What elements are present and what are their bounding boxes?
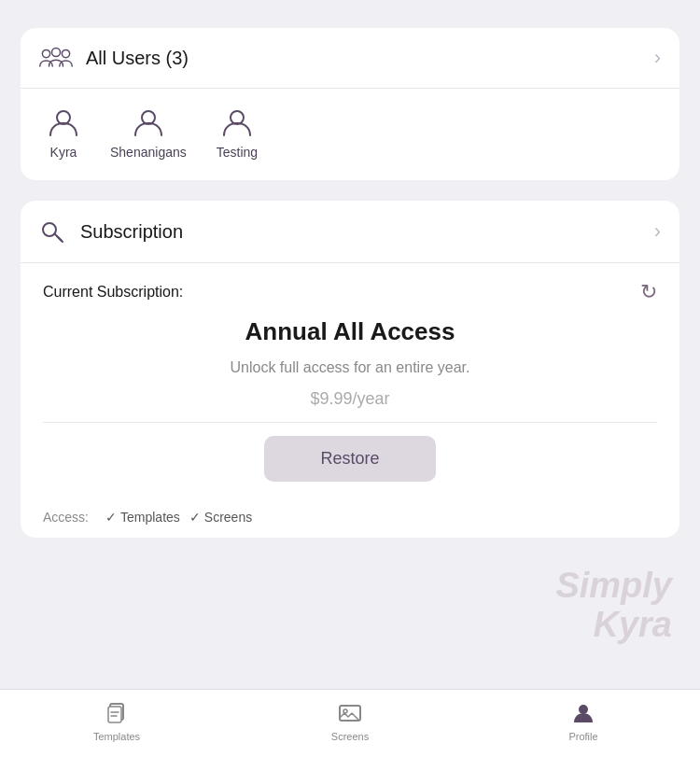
svg-rect-8 — [108, 707, 121, 722]
user-avatar-icon — [132, 105, 165, 139]
all-users-card: All Users (3) › Kyra Shenanigans — [21, 28, 679, 180]
svg-point-1 — [52, 49, 61, 57]
svg-point-3 — [57, 111, 70, 124]
profile-tab-icon — [569, 699, 597, 727]
user-name: Kyra — [50, 145, 77, 160]
templates-tab-label: Templates — [93, 731, 140, 742]
tab-templates[interactable]: Templates — [79, 699, 154, 742]
list-item: Kyra — [47, 105, 80, 160]
current-sub-label: Current Subscription: — [43, 284, 183, 301]
tab-screens[interactable]: Screens — [313, 699, 387, 742]
users-list: Kyra Shenanigans Testing — [21, 89, 679, 180]
svg-point-2 — [62, 49, 69, 57]
all-users-chevron: › — [654, 46, 661, 70]
profile-tab-label: Profile — [568, 731, 597, 742]
user-avatar-icon — [220, 105, 254, 139]
restore-button[interactable]: Restore — [264, 436, 435, 482]
subscription-body: Current Subscription: ↻ Annual All Acces… — [21, 263, 679, 502]
templates-tab-icon — [103, 699, 131, 727]
subscription-header-left: Subscription — [39, 217, 183, 245]
tab-bar: Templates Screens Profile — [0, 689, 700, 757]
subscription-chevron: › — [654, 219, 661, 244]
subscription-header[interactable]: Subscription › — [21, 201, 679, 262]
svg-point-13 — [579, 705, 588, 714]
access-item-templates: ✓ Templates — [105, 510, 180, 525]
all-users-header-left: All Users (3) — [39, 45, 189, 71]
svg-point-4 — [142, 111, 155, 124]
user-name: Shenanigans — [110, 145, 187, 160]
access-item-screens: ✓ Screens — [189, 510, 252, 525]
subscription-card: Subscription › Current Subscription: ↻ A… — [21, 201, 679, 538]
subscription-icon — [39, 217, 67, 245]
access-screens-label: Screens — [204, 510, 252, 525]
all-users-title: All Users (3) — [86, 48, 189, 69]
plan-divider — [43, 422, 657, 423]
all-users-icon — [39, 45, 73, 71]
svg-point-5 — [231, 111, 244, 124]
refresh-icon[interactable]: ↻ — [640, 280, 657, 304]
user-avatar-icon — [47, 105, 80, 139]
access-templates-label: Templates — [120, 510, 180, 525]
access-row: Access: ✓ Templates ✓ Screens — [21, 502, 679, 538]
screens-tab-icon — [336, 699, 364, 727]
plan-price: $9.99/year — [43, 389, 657, 409]
check-icon-templates: ✓ — [105, 510, 117, 525]
screens-tab-label: Screens — [331, 731, 369, 742]
plan-name: Annual All Access — [43, 317, 657, 346]
list-item: Shenanigans — [110, 105, 187, 160]
list-item: Testing — [217, 105, 258, 160]
page-wrapper: All Users (3) › Kyra Shenanigans — [0, 0, 700, 757]
check-icon-screens: ✓ — [189, 510, 201, 525]
current-sub-row: Current Subscription: ↻ — [43, 280, 657, 304]
tab-profile[interactable]: Profile — [546, 699, 621, 742]
access-label: Access: — [43, 510, 89, 525]
svg-point-0 — [42, 49, 49, 57]
plan-desc: Unlock full access for an entire year. — [43, 359, 657, 376]
all-users-header[interactable]: All Users (3) › — [21, 28, 679, 88]
subscription-title: Subscription — [80, 221, 183, 243]
user-name: Testing — [217, 145, 258, 160]
